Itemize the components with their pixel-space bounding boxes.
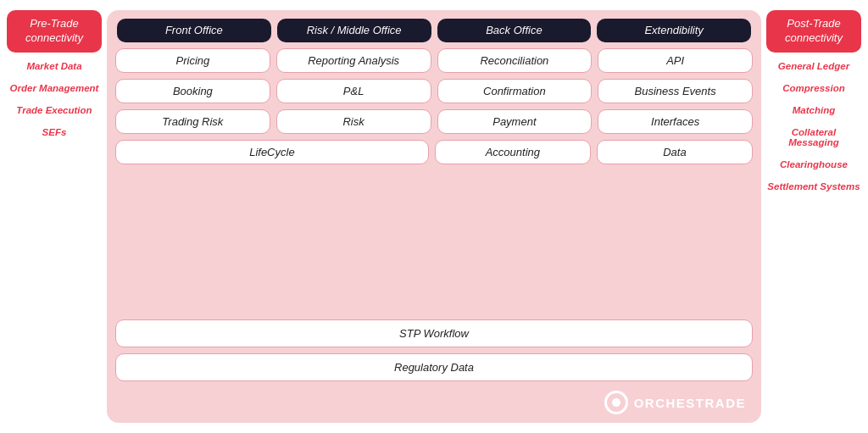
right-sidebar-items: General Ledger Compression Matching Coll… bbox=[766, 61, 861, 192]
sidebar-item-general-ledger: General Ledger bbox=[778, 61, 849, 71]
cell-trading-risk: Trading Risk bbox=[115, 109, 270, 134]
cell-confirmation: Confirmation bbox=[437, 79, 593, 103]
cell-reporting-analysis: Reporting Analysis bbox=[276, 48, 431, 73]
main-area: Front Office Risk / Middle Office Back O… bbox=[107, 10, 761, 423]
cell-reconciliation: Reconciliation bbox=[437, 48, 593, 73]
sidebar-item-clearinghouse: Clearinghouse bbox=[780, 159, 848, 169]
right-sidebar: Post-Trade connectivity General Ledger C… bbox=[766, 10, 861, 423]
cell-pnl: P&L bbox=[276, 79, 431, 103]
cell-risk: Risk bbox=[276, 109, 431, 134]
cell-booking: Booking bbox=[115, 79, 270, 103]
cell-payment: Payment bbox=[437, 109, 593, 134]
col-header-risk-middle: Risk / Middle Office bbox=[277, 19, 431, 42]
sidebar-item-collateral-messaging: Collateral Messaging bbox=[766, 127, 861, 147]
grid-row-1: Pricing Reporting Analysis Reconciliatio… bbox=[115, 48, 753, 73]
cell-stp-workflow: STP Workflow bbox=[115, 319, 753, 347]
cell-accounting: Accounting bbox=[435, 140, 591, 164]
sidebar-item-trade-execution: Trade Execution bbox=[16, 105, 92, 115]
pre-trade-header: Pre-Trade connectivity bbox=[7, 10, 102, 53]
grid-row-lifecycle: LifeCycle Accounting Data bbox=[115, 140, 753, 164]
left-sidebar: Pre-Trade connectivity Market Data Order… bbox=[7, 10, 102, 423]
left-sidebar-items: Market Data Order Management Trade Execu… bbox=[7, 61, 102, 137]
cell-regulatory-data: Regulatory Data bbox=[115, 353, 753, 381]
cell-pricing: Pricing bbox=[115, 48, 270, 73]
cell-api: API bbox=[598, 48, 753, 73]
grid-row-3: Trading Risk Risk Payment Interfaces bbox=[115, 109, 753, 134]
col-headers-row: Front Office Risk / Middle Office Back O… bbox=[115, 19, 753, 42]
cell-interfaces: Interfaces bbox=[598, 109, 753, 134]
bottom-rows: STP Workflow Regulatory Data bbox=[115, 319, 753, 381]
orchestrade-logo: ORCHESTRADE bbox=[604, 391, 746, 414]
sidebar-item-sefs: SEFs bbox=[42, 127, 67, 137]
diagram-wrapper: Pre-Trade connectivity Market Data Order… bbox=[0, 0, 868, 433]
grid-row-2: Booking P&L Confirmation Business Events bbox=[115, 79, 753, 103]
sidebar-item-compression: Compression bbox=[782, 83, 845, 93]
stp-row: STP Workflow bbox=[115, 319, 753, 347]
sidebar-item-matching: Matching bbox=[793, 105, 835, 115]
sidebar-item-settlement-systems: Settlement Systems bbox=[767, 181, 860, 192]
logo-icon bbox=[604, 391, 628, 414]
footer-area: ORCHESTRADE bbox=[115, 387, 753, 414]
cell-business-events: Business Events bbox=[598, 79, 753, 103]
cell-lifecycle: LifeCycle bbox=[115, 140, 429, 164]
sidebar-item-order-management: Order Management bbox=[10, 83, 99, 93]
grid-rows: Pricing Reporting Analysis Reconciliatio… bbox=[115, 48, 753, 314]
sidebar-item-market-data: Market Data bbox=[26, 61, 81, 71]
col-header-back-office: Back Office bbox=[437, 19, 592, 42]
regulatory-row: Regulatory Data bbox=[115, 353, 753, 381]
cell-data: Data bbox=[597, 140, 753, 164]
post-trade-header: Post-Trade connectivity bbox=[766, 10, 861, 53]
col-header-extendibility: Extendibility bbox=[597, 19, 751, 42]
orchestrade-name: ORCHESTRADE bbox=[634, 396, 746, 410]
col-header-front-office: Front Office bbox=[117, 19, 271, 42]
